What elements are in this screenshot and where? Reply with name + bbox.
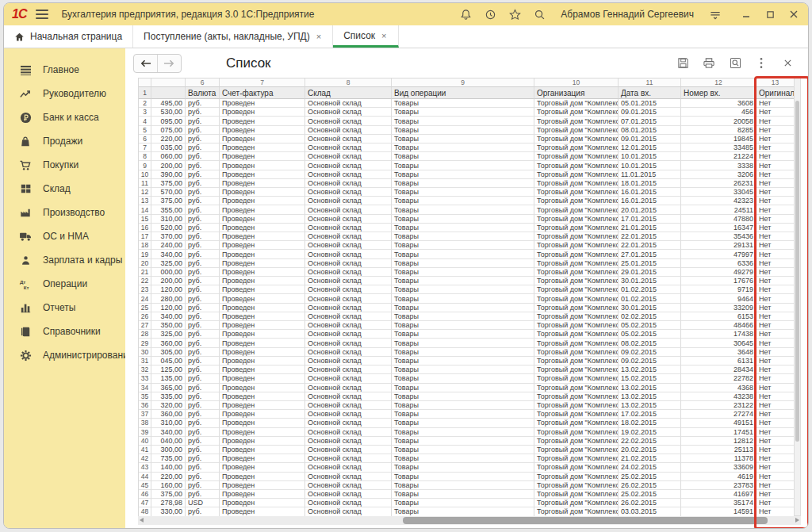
close-list-icon[interactable] <box>781 57 794 70</box>
service-menu-icon[interactable] <box>709 8 722 21</box>
print-icon[interactable] <box>703 57 715 70</box>
search-icon[interactable] <box>533 8 546 21</box>
table-cell: Нет <box>756 463 795 472</box>
horizontal-scrollbar[interactable] <box>138 516 801 525</box>
table-row[interactable]: 14355,00руб.ПроведенОсновной складТовары… <box>139 205 795 214</box>
table-row[interactable]: 45160,00руб.ПроведенОсновной складТовары… <box>139 481 795 490</box>
sidebar-item-13[interactable]: Администрирование <box>4 343 125 367</box>
sidebar-item-12[interactable]: Справочники <box>4 320 125 343</box>
tab-close-icon[interactable]: × <box>381 31 387 40</box>
sidebar-item-1[interactable]: Главное <box>4 58 125 82</box>
save-icon[interactable] <box>676 57 689 70</box>
tab-spisok[interactable]: Список × <box>333 25 398 48</box>
table-row[interactable]: 7035,00руб.ПроведенОсновной складТоварыТ… <box>139 144 795 152</box>
sidebar-item-9[interactable]: Зарплата и кадры <box>4 248 125 272</box>
sidebar-item-4[interactable]: Продажи <box>4 129 125 153</box>
table-row[interactable]: 34365,00руб.ПроведенОсновной складТовары… <box>139 384 795 392</box>
history-icon[interactable] <box>484 8 496 21</box>
table-row[interactable]: 37360,00руб.ПроведенОсновной складТовары… <box>139 410 795 419</box>
table-row[interactable]: 11375,00руб.ПроведенОсновной складТовары… <box>139 179 795 188</box>
horizontal-scrollbar-thumb[interactable] <box>403 517 768 524</box>
table-row[interactable]: 39340,00руб.ПроведенОсновной складТовары… <box>139 428 795 437</box>
table-row[interactable]: 8060,00руб.ПроведенОсновной складТоварыТ… <box>139 152 795 161</box>
back-button[interactable] <box>134 55 157 72</box>
vertical-scrollbar[interactable] <box>794 78 801 516</box>
find-icon[interactable] <box>729 57 741 70</box>
table-cell: Нет <box>756 259 795 268</box>
tab-home[interactable]: Начальная страница <box>4 25 133 48</box>
table-row[interactable]: 10390,00руб.ПроведенОсновной складТовары… <box>139 170 795 179</box>
table-cell: Основной склад <box>305 197 392 205</box>
table-row[interactable]: 46375,00руб.ПроведенОсновной складТовары… <box>139 490 795 499</box>
table-row[interactable]: 17370,00руб.ПроведенОсновной складТовары… <box>139 232 795 241</box>
current-user[interactable]: Абрамов Геннадий Сергеевич <box>561 9 694 20</box>
sidebar-item-8[interactable]: ОС и НМА <box>4 224 125 248</box>
table-row[interactable]: 21000,00руб.ПроведенОсновной складТовары… <box>139 268 795 277</box>
tab-postuplenie[interactable]: Поступление (акты, накладные, УПД) × <box>133 25 333 48</box>
table-cell: Основной склад <box>305 268 392 277</box>
table-row[interactable]: 48330,00руб.ПроведенОсновной складТовары… <box>139 507 795 516</box>
table-row[interactable]: 6220,00руб.ПроведенОсновной складТоварыТ… <box>139 135 795 144</box>
table-row[interactable]: 28325,00руб.ПроведенОсновной складТовары… <box>139 330 795 339</box>
table-cell: Проведен <box>220 285 305 294</box>
table-row[interactable]: 4095,00руб.ПроведенОсновной складТоварыТ… <box>139 117 795 125</box>
table-row[interactable]: 24280,00руб.ПроведенОсновной складТовары… <box>139 294 795 303</box>
bell-icon[interactable] <box>459 8 472 21</box>
table-row[interactable]: 5075,00руб.ПроведенОсновной складТоварыТ… <box>139 126 795 135</box>
favorites-star-icon[interactable] <box>508 8 521 21</box>
scroll-right-icon[interactable] <box>795 518 799 522</box>
table-row[interactable]: 12570,00руб.ПроведенОсновной складТовары… <box>139 188 795 197</box>
sidebar-item-11[interactable]: Отчеты <box>4 296 125 320</box>
table-row[interactable]: 15310,00руб.ПроведенОсновной складТовары… <box>139 215 795 224</box>
table-row[interactable]: 33135,00руб.ПроведенОсновной складТовары… <box>139 374 795 383</box>
table-row[interactable]: 19340,00руб.ПроведенОсновной складТовары… <box>139 250 795 258</box>
sidebar-item-2[interactable]: Руководителю <box>4 82 125 105</box>
tab-close-icon[interactable]: × <box>316 32 322 41</box>
close-icon[interactable] <box>787 8 800 21</box>
forward-button[interactable] <box>157 55 181 72</box>
table-row[interactable]: 23120,00руб.ПроведенОсновной складТовары… <box>139 285 795 294</box>
table-cell: Товары <box>392 392 534 401</box>
table-row[interactable]: 36320,00руб.ПроведенОсновной складТовары… <box>139 401 795 410</box>
table-row[interactable]: 13375,00руб.ПроведенОсновной складТовары… <box>139 197 795 205</box>
table-row[interactable]: 42735,00руб.ПроведенОсновной складТовары… <box>139 454 795 463</box>
table-row[interactable]: 20325,00руб.ПроведенОсновной складТовары… <box>139 259 795 268</box>
table-row[interactable]: 29360,00руб.ПроведенОсновной складТовары… <box>139 339 795 347</box>
table-row[interactable]: 25120,00руб.ПроведенОсновной складТовары… <box>139 304 795 312</box>
table-row[interactable]: 27350,00руб.ПроведенОсновной складТовары… <box>139 321 795 330</box>
table-row[interactable]: 38310,00руб.ПроведенОсновной складТовары… <box>139 419 795 427</box>
table-row[interactable]: 35335,00руб.ПроведенОсновной складТовары… <box>139 392 795 401</box>
table-cell: Проведен <box>220 205 305 214</box>
column-header-row[interactable]: 1ВалютаСчет-фактураСкладВид операцииОрга… <box>139 87 795 99</box>
table-row[interactable]: 16520,00руб.ПроведенОсновной складТовары… <box>139 224 795 232</box>
column-number-row[interactable]: 678910111213 <box>139 78 795 87</box>
table-row[interactable]: 2495,00руб.ПроведенОсновной складТоварыТ… <box>139 99 795 108</box>
table-row[interactable]: 40040,00руб.ПроведенОсновной складТовары… <box>139 437 795 446</box>
main-menu-icon[interactable] <box>36 10 48 19</box>
sidebar-item-3[interactable]: Банк и касса <box>4 105 125 129</box>
table-row[interactable]: 47278,98USDПроведенОсновной складТоварыТ… <box>139 499 795 507</box>
table-cell: Товары <box>392 410 534 419</box>
table-cell: 325,00 <box>151 259 186 268</box>
maximize-icon[interactable] <box>764 8 776 21</box>
table-row[interactable]: 31045,00руб.ПроведенОсновной складТовары… <box>139 357 795 366</box>
table-row[interactable]: 9200,00руб.ПроведенОсновной складТоварыТ… <box>139 161 795 170</box>
table-row[interactable]: 22200,00руб.ПроведенОсновной складТовары… <box>139 277 795 285</box>
sidebar-item-6[interactable]: Склад <box>4 177 125 201</box>
scroll-left-icon[interactable] <box>140 518 144 522</box>
table-row[interactable]: 41300,00руб.ПроведенОсновной складТовары… <box>139 446 795 454</box>
minimize-icon[interactable] <box>740 8 753 21</box>
vertical-scrollbar-thumb[interactable] <box>795 101 799 442</box>
table-row[interactable]: 26340,00руб.ПроведенОсновной складТовары… <box>139 312 795 321</box>
table-row[interactable]: 30305,00руб.ПроведенОсновной складТовары… <box>139 348 795 357</box>
sidebar-item-10[interactable]: ДтКтОперации <box>4 272 125 296</box>
table-row[interactable]: 43140,00руб.ПроведенОсновной складТовары… <box>139 463 795 472</box>
more-icon[interactable] <box>755 57 768 70</box>
table-row[interactable]: 18240,00руб.ПроведенОсновной складТовары… <box>139 241 795 250</box>
table-row[interactable]: 3530,00руб.ПроведенОсновной складТоварыТ… <box>139 108 795 117</box>
sidebar-item-5[interactable]: Покупки <box>4 153 125 177</box>
sidebar-item-7[interactable]: Производство <box>4 201 125 224</box>
table-row[interactable]: 32125,00руб.ПроведенОсновной складТовары… <box>139 366 795 374</box>
table-row[interactable]: 44220,00руб.ПроведенОсновной складТовары… <box>139 473 795 481</box>
table-cell: Торговый дом "Комплексн <box>534 224 619 232</box>
